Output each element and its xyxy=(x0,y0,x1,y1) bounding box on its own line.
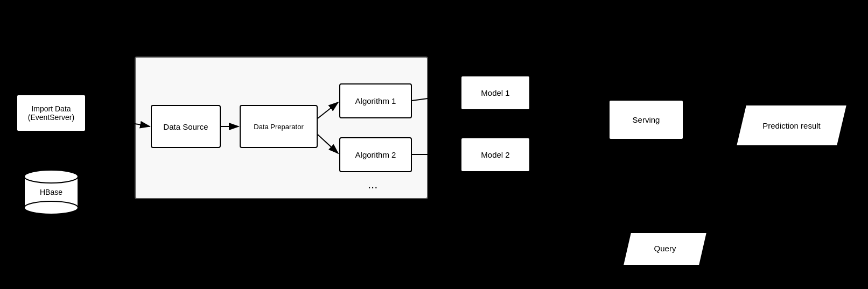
svg-text:Prediction result: Prediction result xyxy=(762,121,821,130)
serving-label: Serving xyxy=(633,115,660,124)
hbase-cylinder: HBase xyxy=(22,167,81,210)
model2-box: Model 2 xyxy=(460,137,530,172)
serving-box: Serving xyxy=(608,100,684,140)
algorithm2-box: Algorithm 2 xyxy=(339,137,412,172)
model1-box: Model 1 xyxy=(460,75,530,110)
svg-text:Query: Query xyxy=(654,244,676,253)
query-shape: Query xyxy=(622,231,708,266)
diagram-container: Import Data (EventServer) HBase Data Sou… xyxy=(0,0,868,289)
svg-line-17 xyxy=(684,119,734,125)
svg-line-15 xyxy=(530,93,607,113)
data-preparator-label: Data Preparator xyxy=(254,123,304,131)
svg-point-2 xyxy=(24,170,78,183)
algorithm1-box: Algorithm 1 xyxy=(339,83,412,118)
import-data-box: Import Data (EventServer) xyxy=(16,94,86,132)
model1-label: Model 1 xyxy=(481,88,509,97)
model2-label: Model 2 xyxy=(481,150,509,159)
algorithm2-label: Algorithm 2 xyxy=(355,150,396,159)
dots-label: ··· xyxy=(368,180,377,194)
prediction-result-shape: Prediction result xyxy=(735,104,848,147)
data-preparator-box: Data Preparator xyxy=(240,105,318,148)
data-source-label: Data Source xyxy=(163,122,208,131)
svg-point-1 xyxy=(24,201,78,214)
svg-text:HBase: HBase xyxy=(40,188,62,196)
data-source-box: Data Source xyxy=(151,105,221,148)
svg-line-16 xyxy=(530,129,607,154)
algorithm1-label: Algorithm 1 xyxy=(355,96,396,105)
import-data-label: Import Data (EventServer) xyxy=(28,104,74,122)
